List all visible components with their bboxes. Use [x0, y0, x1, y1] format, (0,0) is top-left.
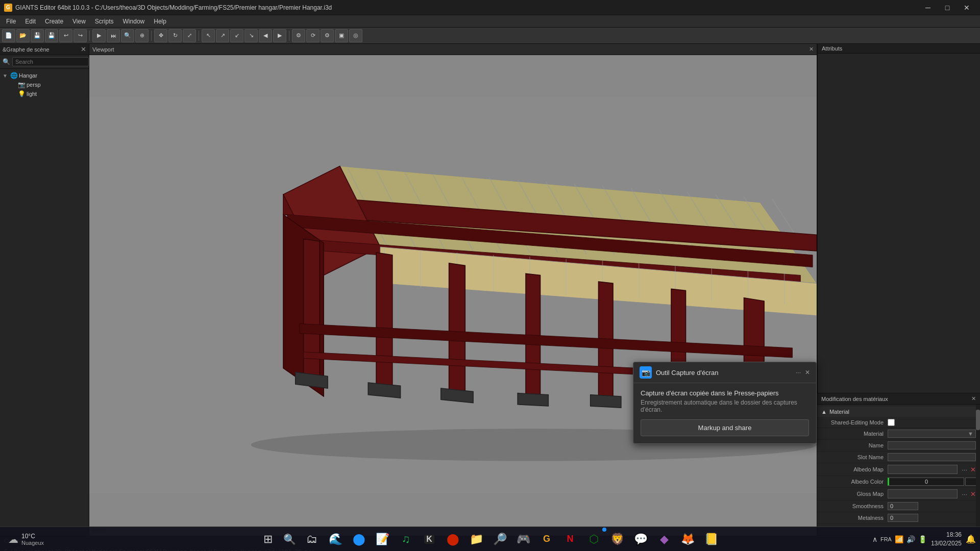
taskbar-app-notepad[interactable]: 📝 [371, 529, 394, 549]
taskbar-app-notes[interactable]: 📒 [700, 529, 722, 549]
menu-view[interactable]: View [68, 17, 90, 26]
taskbar-app-spotify[interactable]: ♫ [395, 529, 417, 549]
toolbar-step[interactable]: ⏭ [107, 29, 120, 42]
toolbar-new[interactable]: 📄 [2, 29, 15, 42]
viewport-canvas[interactable]: persp [89, 55, 817, 536]
tree-item-persp[interactable]: 📷 persp [0, 80, 89, 89]
tree-expander-hangar[interactable]: ▼ [3, 73, 9, 79]
toolbar-scale[interactable]: ⤢ [183, 29, 196, 42]
material-name-input[interactable] [888, 441, 976, 449]
wifi-icon[interactable]: 📶 [895, 535, 903, 543]
taskbar-app-explorer[interactable]: 🗂 [301, 529, 323, 549]
field-value-material[interactable]: ▼ [888, 430, 976, 438]
smoothness-input[interactable] [888, 502, 918, 510]
weather-temp: 10°C [21, 533, 44, 540]
taskbar-app-firefox[interactable]: 🦊 [676, 529, 699, 549]
app-icon: G [4, 4, 12, 12]
toolbar-save2[interactable]: 💾 [45, 29, 58, 42]
taskbar-app-xbox[interactable]: ⬡ [582, 529, 605, 549]
tree-item-hangar[interactable]: ▼ 🌐 Hangar [0, 71, 89, 80]
toolbar-btn2[interactable]: ↪ [74, 29, 87, 42]
toolbar-btn8[interactable]: ▶ [273, 29, 286, 42]
volume-icon[interactable]: 🔊 [906, 535, 915, 543]
firefox-icon: 🦊 [681, 533, 695, 546]
menu-window[interactable]: Window [119, 17, 149, 26]
metalness-input[interactable] [888, 514, 918, 522]
taskbar-app-discord[interactable]: 💬 [629, 529, 652, 549]
capture-more-button[interactable]: ··· [796, 369, 801, 376]
minimize-button[interactable]: ─ [919, 0, 937, 15]
toolbar-transform[interactable]: ✥ [154, 29, 167, 42]
taskbar-app-search2[interactable]: 🔎 [488, 529, 511, 549]
menu-scripts[interactable]: Scripts [91, 17, 118, 26]
taskbar-clock[interactable]: 18:36 13/02/2025 [931, 531, 962, 548]
slot-name-input[interactable] [888, 453, 976, 461]
notification-button[interactable]: 🔔 [966, 534, 976, 544]
material-panel-close[interactable]: ✕ [971, 395, 976, 402]
capture-close-button[interactable]: ✕ [805, 369, 810, 376]
maximize-button[interactable]: □ [938, 0, 957, 15]
taskbar-app-red[interactable]: ⬤ [442, 529, 464, 549]
capture-dialog: 📷 Outil Capture d'écran ··· ✕ Capture d'… [633, 362, 817, 444]
search-input[interactable] [12, 57, 89, 66]
taskbar-app-game[interactable]: 🎮 [512, 529, 534, 549]
markup-share-button[interactable]: Markup and share [641, 419, 809, 436]
toolbar-btn4[interactable]: ↗ [216, 29, 229, 42]
taskbar-app-brave[interactable]: 🦁 [606, 529, 628, 549]
toolbar-anim2[interactable]: ⟳ [306, 29, 320, 42]
taskbar-app-files[interactable]: 📁 [465, 529, 487, 549]
albedo-map-clear[interactable]: ✕ [970, 466, 976, 473]
albedo-r-input[interactable] [888, 478, 964, 486]
gloss-map-ellipsis[interactable]: ··· [962, 490, 967, 498]
spotify-icon: ♫ [402, 533, 410, 546]
toolbar-rotate[interactable]: ↻ [168, 29, 182, 42]
toolbar-btn5[interactable]: ↙ [230, 29, 243, 42]
scene-panel-close[interactable]: ✕ [81, 45, 86, 53]
albedo-map-ellipsis[interactable]: ··· [962, 466, 967, 473]
toolbar-anim3[interactable]: ⚙ [321, 29, 334, 42]
close-button[interactable]: ✕ [958, 0, 976, 15]
tree-item-light[interactable]: 💡 light [0, 89, 89, 98]
scene-panel: &Graphe de scène ✕ 🔍 ✕ ▼ ▼ 🌐 Hangar 📷 pe… [0, 44, 89, 536]
collapse-icon: ▲ [821, 409, 827, 415]
shared-editing-checkbox[interactable] [888, 419, 895, 426]
toolbar-play[interactable]: ▶ [92, 29, 106, 42]
taskbar-app-pwa1[interactable]: ⬤ [348, 529, 370, 549]
taskbar-app-edge[interactable]: 🌊 [324, 529, 347, 549]
material-section-toggle[interactable]: ▲ Material [817, 407, 980, 417]
toolbar-btn6[interactable]: ↘ [244, 29, 258, 42]
toolbar-btn1[interactable]: ↩ [59, 29, 72, 42]
toolbar-save[interactable]: 💾 [31, 29, 44, 42]
battery-icon[interactable]: 🔋 [918, 535, 927, 543]
lang-indicator[interactable]: FRA [880, 536, 892, 542]
toolbar-open[interactable]: 📂 [16, 29, 30, 42]
toolbar-btn3[interactable]: ↖ [202, 29, 215, 42]
capture-main-text: Capture d'écran copiée dans le Presse-pa… [641, 389, 809, 397]
g-icon: G [543, 534, 550, 544]
taskbar-app-g[interactable]: G [535, 529, 558, 549]
gloss-map-clear[interactable]: ✕ [970, 490, 976, 498]
taskbar-app-netflix[interactable]: N [559, 529, 581, 549]
svg-marker-46 [591, 395, 621, 408]
material-panel: Modification des matériaux ✕ ▲ Material … [817, 393, 980, 536]
menu-create[interactable]: Create [41, 17, 67, 26]
toolbar-anim1[interactable]: ⚙ [292, 29, 305, 42]
taskbar-app-k[interactable]: K [418, 529, 440, 549]
k-icon: K [424, 535, 434, 544]
menu-file[interactable]: File [2, 17, 20, 26]
taskbar-app-purple[interactable]: ◆ [653, 529, 675, 549]
toolbar-btn7[interactable]: ◀ [259, 29, 272, 42]
taskbar-search-button[interactable]: 🔍 [279, 529, 300, 549]
toolbar-anim5[interactable]: ◎ [349, 29, 362, 42]
menu-edit[interactable]: Edit [21, 17, 40, 26]
material-scrollbar[interactable] [976, 405, 980, 536]
toolbar-anim4[interactable]: ▣ [335, 29, 348, 42]
material-row-gloss-map: Gloss Map ··· ✕ [817, 488, 980, 500]
viewport-close-button[interactable]: ✕ [809, 46, 814, 53]
capture-icon: 📷 [640, 366, 652, 379]
toolbar-search[interactable]: 🔍 [121, 29, 134, 42]
menu-help[interactable]: Help [150, 17, 170, 26]
chevron-up-icon[interactable]: ∧ [872, 535, 877, 543]
start-button[interactable]: ⊞ [258, 529, 278, 549]
toolbar-magnify[interactable]: ⊕ [135, 29, 149, 42]
